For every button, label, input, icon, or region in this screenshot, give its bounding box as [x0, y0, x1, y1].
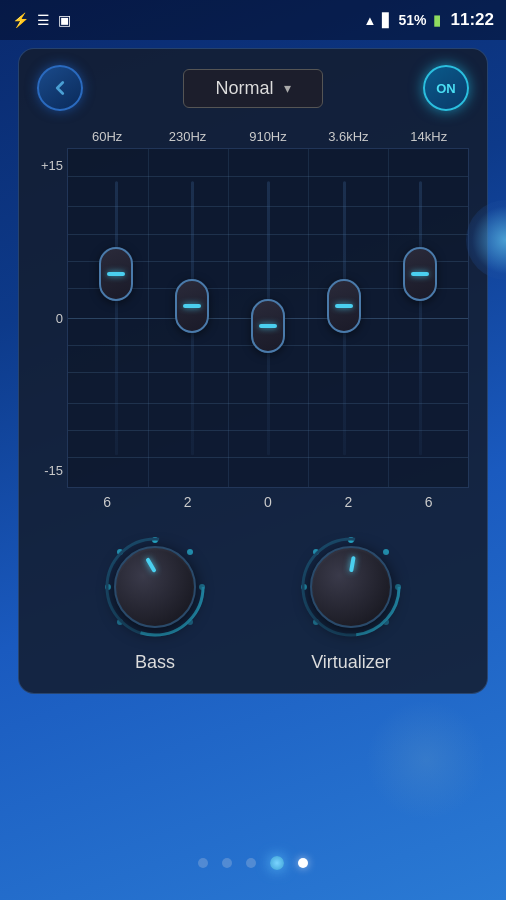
svg-point-13	[383, 549, 389, 555]
slider-thumb-230hz[interactable]	[175, 279, 209, 333]
freq-910hz: 910Hz	[238, 129, 298, 144]
knobs-section: Bass Virtualizer	[37, 532, 469, 673]
preset-selector[interactable]: Normal ▾	[183, 69, 323, 108]
wifi-icon: ▲	[364, 13, 377, 28]
freq-230hz: 230Hz	[158, 129, 218, 144]
signal-icon: ▋	[382, 13, 392, 28]
status-bar: ⚡ ☰ ▣ ▲ ▋ 51% ▮ 11:22	[0, 0, 506, 40]
page-dots	[0, 856, 506, 870]
val-60hz: 6	[77, 494, 137, 510]
freq-36khz: 3.6kHz	[318, 129, 378, 144]
virtualizer-knob-container: Virtualizer	[296, 532, 406, 673]
page-dot-1[interactable]	[222, 858, 232, 868]
eq-slider-36khz[interactable]	[327, 157, 361, 479]
eq-slider-60hz[interactable]	[99, 157, 133, 479]
db-minus15: -15	[37, 463, 67, 478]
track-line-5	[419, 181, 422, 455]
bass-label: Bass	[135, 652, 175, 673]
notification-icon: ☰	[37, 12, 50, 28]
back-button[interactable]	[37, 65, 83, 111]
val-36khz: 2	[318, 494, 378, 510]
freq-labels: 60Hz 230Hz 910Hz 3.6kHz 14kHz	[37, 129, 469, 144]
usb-icon: ⚡	[12, 12, 29, 28]
status-left-icons: ⚡ ☰ ▣	[12, 12, 71, 28]
power-label: ON	[436, 81, 456, 96]
status-right-info: ▲ ▋ 51% ▮ 11:22	[364, 10, 494, 30]
val-910hz: 0	[238, 494, 298, 510]
slider-thumb-36khz[interactable]	[327, 279, 361, 333]
battery-icon: ▮	[433, 12, 441, 28]
dropdown-arrow-icon: ▾	[284, 80, 291, 96]
sd-icon: ▣	[58, 12, 71, 28]
freq-14khz: 14kHz	[399, 129, 459, 144]
preset-name: Normal	[215, 78, 273, 99]
equalizer-card: Normal ▾ ON 60Hz 230Hz 910Hz 3.6kHz 14kH…	[18, 48, 488, 694]
track-line-1	[115, 181, 118, 455]
eq-grid	[67, 148, 469, 488]
time-display: 11:22	[451, 10, 494, 30]
page-dot-2[interactable]	[246, 858, 256, 868]
eq-slider-230hz[interactable]	[175, 157, 209, 479]
back-arrow-icon	[49, 77, 71, 99]
eq-slider-910hz[interactable]	[251, 157, 285, 479]
top-row: Normal ▾ ON	[37, 65, 469, 111]
val-230hz: 2	[158, 494, 218, 510]
eq-slider-14khz[interactable]	[403, 157, 437, 479]
bass-knob-indicator	[145, 557, 156, 573]
virtualizer-knob[interactable]	[296, 532, 406, 642]
page-dot-3-active[interactable]	[270, 856, 284, 870]
bass-knob[interactable]	[100, 532, 210, 642]
slider-thumb-910hz[interactable]	[251, 299, 285, 353]
slider-thumb-14khz[interactable]	[403, 247, 437, 301]
virtualizer-label: Virtualizer	[311, 652, 391, 673]
virtualizer-knob-body	[310, 546, 392, 628]
eq-container: +15 0 -15	[37, 148, 469, 488]
slider-thumb-60hz[interactable]	[99, 247, 133, 301]
eq-section: 60Hz 230Hz 910Hz 3.6kHz 14kHz +15 0 -15	[37, 129, 469, 510]
db-plus15: +15	[37, 158, 67, 173]
val-labels: 6 2 0 2 6	[37, 494, 469, 510]
page-dot-4[interactable]	[298, 858, 308, 868]
freq-60hz: 60Hz	[77, 129, 137, 144]
val-14khz: 6	[399, 494, 459, 510]
bass-knob-body	[114, 546, 196, 628]
db-zero: 0	[37, 311, 67, 326]
page-dot-0[interactable]	[198, 858, 208, 868]
svg-point-4	[187, 549, 193, 555]
decorative-circle-bottom	[366, 700, 486, 820]
battery-percent: 51%	[398, 12, 426, 28]
virtualizer-knob-indicator	[349, 556, 356, 572]
power-button[interactable]: ON	[423, 65, 469, 111]
bass-knob-container: Bass	[100, 532, 210, 673]
eq-sliders	[68, 149, 468, 487]
db-labels: +15 0 -15	[37, 148, 67, 488]
